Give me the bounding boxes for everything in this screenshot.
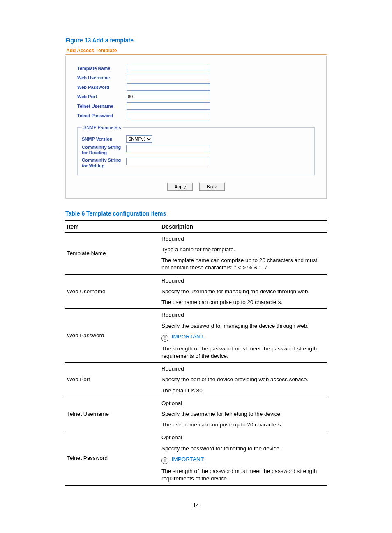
divider [65,54,327,55]
desc-line: Optional [161,432,325,443]
back-button[interactable]: Back [199,183,225,191]
desc-line: The strength of the password must meet t… [161,343,325,362]
desc-line: Optional [161,398,325,409]
web-password-input[interactable] [127,83,210,91]
desc-line: Specify the password for managing the de… [161,321,325,331]
label-template-name: Template Name [77,66,127,71]
page-number: 14 [0,502,392,508]
screenshot-panel: Add Access Template Template Name Web Us… [65,46,327,199]
desc-line: The strength of the password must meet t… [161,466,325,484]
table-desc: OptionalSpecify the username for telnett… [160,397,327,431]
table-desc: RequiredSpecify the port of the device p… [160,363,327,397]
table-item: Telnet Password [65,431,160,485]
label-web-password: Web Password [77,85,127,90]
table-desc: RequiredType a name for the template.The… [160,232,327,274]
label-telnet-password: Telnet Password [77,113,127,118]
snmp-legend: SNMP Parameters [82,125,123,130]
desc-line: Specify the password for telnetting to t… [161,443,325,454]
desc-line: Specify the username for telnetting to t… [161,409,325,419]
table-item: Web Username [65,274,160,309]
label-snmp-write: Community String for Writing [82,158,126,168]
config-table: Item Description Template NameRequiredTy… [65,220,327,486]
desc-line: The template name can comprise up to 20 … [161,255,325,273]
snmp-write-input[interactable] [126,158,210,165]
desc-line: Required [161,364,325,374]
desc-line: Required [161,310,325,320]
snmp-fieldset: SNMP Parameters SNMP Version SNMPv1 Comm… [77,125,315,175]
table-desc: RequiredSpecify the password for managin… [160,309,327,363]
desc-line: The username can comprise up to 20 chara… [161,419,325,430]
table-item: Web Port [65,363,160,397]
th-item: Item [65,220,160,233]
telnet-username-input[interactable] [127,102,210,110]
table-desc: RequiredSpecify the username for managin… [160,274,327,309]
template-name-input[interactable] [127,65,210,72]
important-callout: ! IMPORTANT: [161,331,325,343]
desc-line: Required [161,234,325,244]
desc-line: Specify the port of the device providing… [161,374,325,385]
web-username-input[interactable] [127,74,210,81]
th-desc: Description [160,220,327,233]
figure-caption: Figure 13 Add a template [65,37,327,44]
important-callout: ! IMPORTANT: [161,454,325,466]
apply-button[interactable]: Apply [167,183,193,191]
alert-icon: ! [161,457,168,464]
snmp-version-select[interactable]: SNMPv1 [126,135,152,143]
table-item: Web Password [65,309,160,363]
desc-line: The username can comprise up to 20 chara… [161,297,325,308]
label-snmp-version: SNMP Version [82,137,126,141]
label-telnet-username: Telnet Username [77,104,127,109]
desc-line: Type a name for the template. [161,244,325,255]
alert-icon: ! [161,335,168,342]
label-snmp-read: Community String for Reading [82,145,126,155]
desc-line: The default is 80. [161,385,325,396]
table-item: Template Name [65,232,160,274]
table-item: Telnet Username [65,397,160,431]
telnet-password-input[interactable] [127,112,210,119]
snmp-read-input[interactable] [126,145,210,152]
label-web-username: Web Username [77,75,127,80]
form-title: Add Access Template [65,46,327,54]
table-caption: Table 6 Template configuration items [65,210,327,217]
label-web-port: Web Port [77,94,127,99]
desc-line: Specify the username for managing the de… [161,286,325,297]
table-desc: OptionalSpecify the password for telnett… [160,431,327,485]
web-port-input[interactable] [127,93,210,100]
desc-line: Required [161,276,325,286]
